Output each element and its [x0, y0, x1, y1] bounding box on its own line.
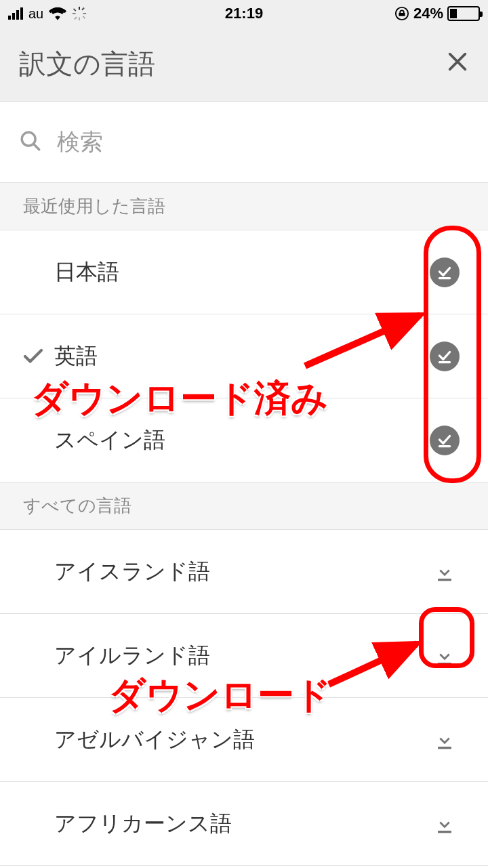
svg-rect-17 — [438, 830, 451, 832]
search-row[interactable] — [0, 102, 488, 183]
language-name: アイスランド語 — [54, 557, 424, 587]
close-icon — [446, 50, 469, 73]
language-name: 日本語 — [54, 257, 424, 287]
svg-rect-2 — [73, 13, 76, 14]
status-bar: au 21:19 24% — [0, 0, 488, 27]
loading-spinner-icon — [72, 6, 87, 21]
battery-percent: 24% — [413, 5, 443, 22]
language-row-spanish[interactable]: スペイン語 — [0, 398, 488, 482]
language-row-azerbaijani[interactable]: アゼルバイジャン語 — [0, 698, 488, 782]
wifi-icon — [49, 7, 66, 20]
close-button[interactable] — [436, 49, 469, 79]
language-name: アイルランド語 — [54, 641, 424, 671]
clock: 21:19 — [165, 5, 323, 22]
language-name: 英語 — [54, 342, 424, 371]
section-header-recent: 最近使用した言語 — [0, 183, 488, 230]
annotation-oval-downloaded — [424, 226, 481, 483]
svg-rect-6 — [81, 7, 85, 11]
download-icon — [433, 560, 456, 583]
language-name: スペイン語 — [54, 426, 424, 455]
download-icon — [433, 728, 456, 751]
annotation-oval-download — [419, 607, 474, 668]
download-button[interactable] — [424, 560, 465, 583]
svg-rect-3 — [83, 13, 87, 14]
language-row-irish[interactable]: アイルランド語 — [0, 614, 488, 698]
language-row-afrikaans[interactable]: アフリカーンス語 — [0, 782, 488, 866]
battery-icon — [447, 6, 480, 21]
svg-rect-0 — [79, 7, 80, 10]
rotation-lock-icon — [394, 6, 409, 21]
svg-rect-1 — [79, 18, 80, 21]
download-button[interactable] — [424, 812, 465, 835]
language-row-icelandic[interactable]: アイスランド語 — [0, 530, 488, 614]
carrier-label: au — [28, 6, 43, 22]
download-button[interactable] — [424, 728, 465, 751]
svg-rect-14 — [438, 578, 451, 580]
cell-signal-icon — [8, 7, 23, 20]
language-row-english[interactable]: 英語 — [0, 314, 488, 398]
page-header: 訳文の言語 — [0, 27, 488, 102]
svg-rect-5 — [83, 16, 86, 19]
language-name: アゼルバイジャン語 — [54, 725, 424, 755]
search-input[interactable] — [57, 129, 469, 155]
language-name: アフリカーンス語 — [54, 809, 424, 839]
svg-rect-4 — [73, 8, 77, 12]
language-row-japanese[interactable]: 日本語 — [0, 230, 488, 314]
section-header-all: すべての言語 — [0, 482, 488, 530]
search-icon — [19, 129, 42, 155]
svg-rect-7 — [74, 17, 77, 20]
svg-rect-16 — [438, 746, 451, 748]
svg-line-10 — [34, 144, 39, 149]
selected-check-icon — [12, 344, 54, 369]
page-title: 訳文の言語 — [19, 45, 436, 83]
download-icon — [433, 812, 456, 835]
